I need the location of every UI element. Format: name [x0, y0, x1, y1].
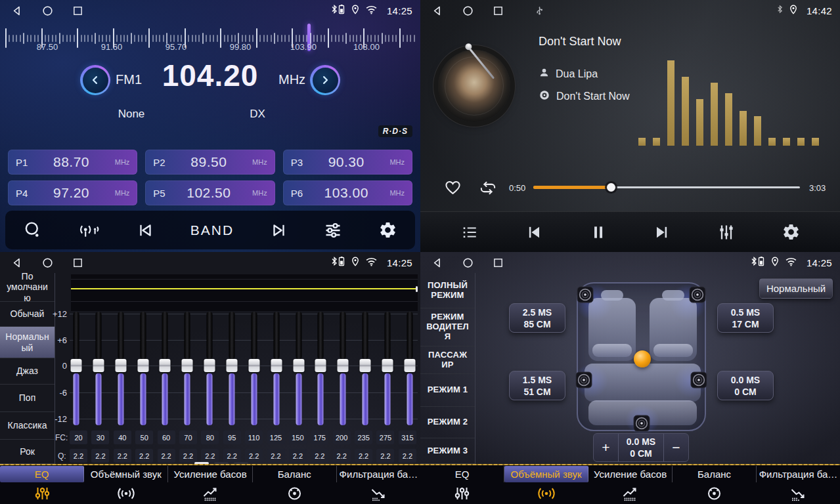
eq-band-slider-12[interactable]	[314, 311, 327, 428]
preset-button-p3[interactable]: P390.30MHz	[283, 150, 412, 175]
slider-knob[interactable]	[137, 359, 148, 372]
slider-knob[interactable]	[160, 359, 171, 372]
slider-knob[interactable]	[293, 359, 304, 372]
eq-band-slider-3[interactable]	[114, 311, 127, 428]
mode-item-6[interactable]: РЕЖИМ 3	[420, 438, 475, 464]
home-icon[interactable]	[462, 5, 474, 17]
bass-boost-icon[interactable]	[168, 482, 252, 504]
eq-sliders-icon[interactable]	[420, 482, 504, 504]
home-icon[interactable]	[41, 257, 54, 269]
tune-down-icon[interactable]	[136, 221, 155, 240]
slider-knob[interactable]	[404, 359, 415, 372]
slider-knob[interactable]	[204, 359, 215, 372]
eq-band-slider-9[interactable]	[248, 311, 261, 428]
slider-knob[interactable]	[182, 359, 193, 372]
eq-band-slider-5[interactable]	[158, 311, 171, 428]
preset-button-p6[interactable]: P6103.00MHz	[283, 180, 412, 205]
eq-sliders-icon[interactable]	[0, 482, 84, 504]
slider-knob[interactable]	[71, 359, 82, 372]
audio-settings-icon[interactable]	[323, 221, 343, 240]
playlist-icon[interactable]	[460, 224, 479, 241]
surround-icon[interactable]	[504, 482, 588, 504]
eq-band-slider-15[interactable]	[381, 311, 394, 428]
eq-band-slider-10[interactable]	[270, 311, 283, 428]
back-icon[interactable]	[431, 257, 443, 269]
eq-band-slider-6[interactable]	[181, 311, 194, 428]
slider-knob[interactable]	[248, 359, 259, 372]
tab-bass-filter[interactable]: Фильтрация ба…	[337, 466, 420, 482]
seek-up-button[interactable]	[310, 65, 340, 95]
tab-bass-boost[interactable]: Усиление басов	[588, 466, 673, 482]
slider-knob[interactable]	[271, 359, 282, 372]
home-icon[interactable]	[462, 257, 474, 269]
eq-band-slider-7[interactable]	[203, 311, 216, 428]
slider-knob[interactable]	[338, 359, 349, 372]
slider-knob[interactable]	[360, 359, 371, 372]
mode-item-2[interactable]: РЕЖИМ ВОДИТЕЛЯ	[420, 308, 475, 346]
rear-right-delay-button[interactable]: 0.0 MS 0 CM	[717, 371, 774, 400]
broadcast-antenna-icon[interactable]	[77, 220, 100, 240]
eq-preset-1[interactable]: По умолчанию	[0, 273, 55, 302]
balance-icon[interactable]	[672, 482, 756, 504]
mode-item-5[interactable]: РЕЖИМ 2	[420, 407, 475, 438]
mode-item-3[interactable]: ПАССАЖИР	[420, 346, 475, 374]
tab-surround[interactable]: Объёмный звук	[504, 466, 588, 482]
surround-icon[interactable]	[84, 482, 168, 504]
recents-icon[interactable]	[72, 5, 83, 16]
back-icon[interactable]	[11, 257, 23, 269]
back-icon[interactable]	[431, 5, 443, 17]
tab-eq-sliders[interactable]: EQ	[0, 466, 84, 482]
rear-left-delay-button[interactable]: 1.5 MS 51 CM	[509, 371, 565, 400]
bass-boost-icon[interactable]	[588, 482, 673, 504]
settings-gear-icon[interactable]	[782, 222, 801, 242]
equalizer-icon[interactable]	[717, 223, 736, 242]
pause-icon[interactable]	[590, 223, 607, 242]
delay-decrease-button[interactable]: −	[664, 434, 688, 461]
repeat-icon[interactable]	[477, 179, 499, 200]
settings-gear-icon[interactable]	[378, 220, 397, 240]
front-left-delay-button[interactable]: 2.5 MS 85 CM	[509, 303, 565, 333]
preset-button-p2[interactable]: P289.50MHz	[145, 150, 275, 175]
seek-bar[interactable]	[533, 186, 800, 188]
eq-band-slider-2[interactable]	[92, 311, 105, 428]
delay-increase-button[interactable]: +	[594, 434, 618, 461]
slider-knob[interactable]	[93, 359, 104, 372]
eq-band-slider-8[interactable]	[225, 311, 238, 428]
slider-knob[interactable]	[115, 359, 126, 372]
front-right-delay-button[interactable]: 0.5 MS 17 CM	[717, 303, 774, 333]
next-track-icon[interactable]	[652, 223, 671, 242]
mode-item-1[interactable]: ПОЛНЫЙ РЕЖИМ	[420, 273, 475, 308]
listening-position-marker[interactable]	[634, 350, 651, 368]
band-button[interactable]: BAND	[190, 222, 234, 238]
recents-icon[interactable]	[493, 257, 504, 268]
recents-icon[interactable]	[493, 5, 504, 16]
seek-down-button[interactable]	[80, 65, 110, 95]
slider-knob[interactable]	[315, 359, 326, 372]
tab-bass-filter[interactable]: Фильтрация ба…	[757, 466, 840, 482]
tab-surround[interactable]: Объёмный звук	[84, 466, 168, 482]
slider-knob[interactable]	[382, 359, 393, 372]
eq-band-slider-16[interactable]	[403, 311, 416, 428]
previous-track-icon[interactable]	[525, 223, 544, 242]
preset-button-p5[interactable]: P5102.50MHz	[145, 180, 275, 205]
back-icon[interactable]	[11, 5, 23, 17]
balance-icon[interactable]	[252, 482, 336, 504]
slider-knob[interactable]	[227, 359, 238, 372]
tab-balance[interactable]: Баланс	[253, 466, 337, 482]
preset-button-p1[interactable]: P188.70MHz	[8, 150, 137, 175]
eq-preset-7[interactable]: Рок	[0, 440, 55, 464]
mode-item-4[interactable]: РЕЖИМ 1	[420, 374, 475, 407]
bass-filter-icon[interactable]	[336, 482, 420, 504]
home-icon[interactable]	[41, 5, 54, 17]
preset-button-p4[interactable]: P497.20MHz	[8, 180, 137, 205]
eq-band-slider-13[interactable]	[336, 311, 349, 428]
bass-filter-icon[interactable]	[756, 482, 840, 504]
eq-band-slider-11[interactable]	[292, 311, 305, 428]
eq-band-slider-14[interactable]	[359, 311, 372, 428]
tab-eq-sliders[interactable]: EQ	[420, 466, 504, 482]
favorite-heart-icon[interactable]	[443, 178, 462, 199]
tab-bass-boost[interactable]: Усиление басов	[168, 466, 252, 482]
recents-icon[interactable]	[72, 257, 83, 268]
tune-up-icon[interactable]	[269, 221, 288, 240]
tab-balance[interactable]: Баланс	[673, 466, 757, 482]
